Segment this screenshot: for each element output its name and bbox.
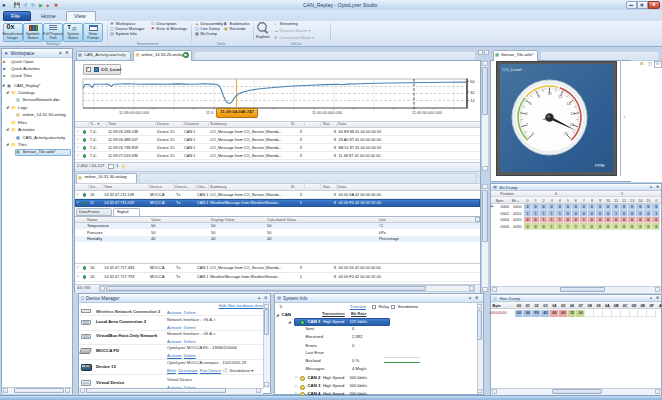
svg-text:6: 6 <box>529 102 531 106</box>
svg-text:18: 18 <box>570 123 574 127</box>
svg-text:8: 8 <box>538 95 540 99</box>
svg-text:12: 12 <box>558 95 562 99</box>
svg-text:10: 10 <box>547 92 551 96</box>
svg-text:20: 20 <box>564 132 568 136</box>
svg-text:16: 16 <box>571 112 575 116</box>
svg-text:4: 4 <box>525 112 527 116</box>
svg-text:14: 14 <box>566 102 570 106</box>
svg-text:0: 0 <box>532 132 534 136</box>
svg-text:2: 2 <box>526 123 528 127</box>
